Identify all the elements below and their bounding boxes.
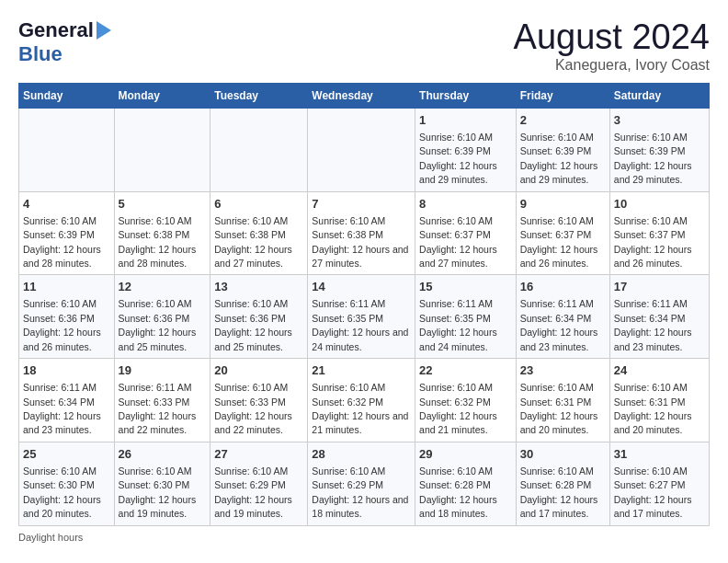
calendar-cell: 4Sunrise: 6:10 AMSunset: 6:39 PMDaylight… bbox=[19, 191, 115, 275]
calendar-cell bbox=[308, 108, 415, 191]
cell-info: Sunrise: 6:10 AMSunset: 6:29 PMDaylight:… bbox=[312, 465, 408, 519]
cell-info: Sunrise: 6:10 AMSunset: 6:38 PMDaylight:… bbox=[214, 215, 292, 269]
calendar-cell: 31Sunrise: 6:10 AMSunset: 6:27 PMDayligh… bbox=[609, 442, 709, 525]
cell-info: Sunrise: 6:10 AMSunset: 6:36 PMDaylight:… bbox=[119, 298, 197, 351]
week-row-4: 25Sunrise: 6:10 AMSunset: 6:30 PMDayligh… bbox=[19, 442, 710, 525]
page-header: General Blue August 2024 Kaneguera, Ivor… bbox=[18, 18, 710, 74]
day-number: 18 bbox=[23, 362, 110, 379]
cell-info: Sunrise: 6:10 AMSunset: 6:31 PMDaylight:… bbox=[614, 382, 692, 435]
calendar-table: Sunday Monday Tuesday Wednesday Thursday… bbox=[18, 83, 710, 526]
week-row-2: 11Sunrise: 6:10 AMSunset: 6:36 PMDayligh… bbox=[19, 275, 710, 359]
cell-info: Sunrise: 6:10 AMSunset: 6:38 PMDaylight:… bbox=[119, 215, 197, 269]
calendar-cell: 6Sunrise: 6:10 AMSunset: 6:38 PMDaylight… bbox=[210, 191, 308, 275]
cell-info: Sunrise: 6:10 AMSunset: 6:38 PMDaylight:… bbox=[312, 215, 408, 269]
calendar-cell: 1Sunrise: 6:10 AMSunset: 6:39 PMDaylight… bbox=[415, 108, 517, 191]
calendar-cell: 7Sunrise: 6:10 AMSunset: 6:38 PMDaylight… bbox=[308, 191, 415, 275]
calendar-cell: 5Sunrise: 6:10 AMSunset: 6:38 PMDaylight… bbox=[114, 191, 210, 275]
day-number: 8 bbox=[419, 196, 512, 213]
cell-info: Sunrise: 6:10 AMSunset: 6:30 PMDaylight:… bbox=[23, 465, 101, 519]
calendar-cell: 15Sunrise: 6:11 AMSunset: 6:35 PMDayligh… bbox=[415, 275, 517, 359]
cell-info: Sunrise: 6:10 AMSunset: 6:31 PMDaylight:… bbox=[520, 382, 598, 435]
calendar-cell: 2Sunrise: 6:10 AMSunset: 6:39 PMDaylight… bbox=[516, 108, 609, 191]
day-number: 26 bbox=[119, 446, 207, 463]
calendar-cell: 21Sunrise: 6:10 AMSunset: 6:32 PMDayligh… bbox=[308, 359, 415, 442]
calendar-cell: 19Sunrise: 6:11 AMSunset: 6:33 PMDayligh… bbox=[114, 359, 210, 442]
col-wednesday: Wednesday bbox=[308, 83, 415, 108]
cell-info: Sunrise: 6:10 AMSunset: 6:37 PMDaylight:… bbox=[520, 215, 598, 269]
calendar-cell: 13Sunrise: 6:10 AMSunset: 6:36 PMDayligh… bbox=[210, 275, 308, 359]
calendar-cell bbox=[114, 108, 210, 191]
day-number: 27 bbox=[214, 446, 303, 463]
cell-info: Sunrise: 6:10 AMSunset: 6:36 PMDaylight:… bbox=[23, 298, 101, 351]
calendar-cell: 25Sunrise: 6:10 AMSunset: 6:30 PMDayligh… bbox=[19, 442, 115, 525]
page-subtitle: Kaneguera, Ivory Coast bbox=[514, 57, 710, 74]
cell-info: Sunrise: 6:10 AMSunset: 6:32 PMDaylight:… bbox=[312, 382, 408, 435]
cell-info: Sunrise: 6:10 AMSunset: 6:37 PMDaylight:… bbox=[419, 215, 497, 269]
col-thursday: Thursday bbox=[415, 83, 517, 108]
day-number: 6 bbox=[214, 196, 303, 213]
col-sunday: Sunday bbox=[19, 83, 115, 108]
cell-info: Sunrise: 6:10 AMSunset: 6:39 PMDaylight:… bbox=[614, 132, 692, 185]
calendar-cell: 22Sunrise: 6:10 AMSunset: 6:32 PMDayligh… bbox=[415, 359, 517, 442]
calendar-cell bbox=[19, 108, 115, 191]
col-friday: Friday bbox=[516, 83, 609, 108]
cell-info: Sunrise: 6:10 AMSunset: 6:29 PMDaylight:… bbox=[214, 465, 292, 519]
day-number: 20 bbox=[214, 362, 303, 379]
calendar-cell: 23Sunrise: 6:10 AMSunset: 6:31 PMDayligh… bbox=[516, 359, 609, 442]
cell-info: Sunrise: 6:10 AMSunset: 6:28 PMDaylight:… bbox=[419, 465, 497, 519]
col-tuesday: Tuesday bbox=[210, 83, 308, 108]
calendar-cell: 29Sunrise: 6:10 AMSunset: 6:28 PMDayligh… bbox=[415, 442, 517, 525]
cell-info: Sunrise: 6:10 AMSunset: 6:36 PMDaylight:… bbox=[214, 298, 292, 351]
calendar-cell: 9Sunrise: 6:10 AMSunset: 6:37 PMDaylight… bbox=[516, 191, 609, 275]
day-number: 5 bbox=[119, 196, 207, 213]
cell-info: Sunrise: 6:11 AMSunset: 6:34 PMDaylight:… bbox=[23, 382, 101, 435]
day-number: 2 bbox=[520, 112, 606, 129]
cell-info: Sunrise: 6:11 AMSunset: 6:35 PMDaylight:… bbox=[312, 298, 408, 351]
day-number: 19 bbox=[119, 362, 207, 379]
cell-info: Sunrise: 6:10 AMSunset: 6:39 PMDaylight:… bbox=[23, 215, 101, 269]
day-number: 29 bbox=[419, 446, 512, 463]
calendar-cell: 12Sunrise: 6:10 AMSunset: 6:36 PMDayligh… bbox=[114, 275, 210, 359]
cell-info: Sunrise: 6:10 AMSunset: 6:30 PMDaylight:… bbox=[119, 465, 197, 519]
footer: Daylight hours bbox=[18, 532, 710, 543]
day-number: 7 bbox=[312, 196, 411, 213]
day-number: 10 bbox=[614, 196, 705, 213]
calendar-cell: 11Sunrise: 6:10 AMSunset: 6:36 PMDayligh… bbox=[19, 275, 115, 359]
calendar-cell: 16Sunrise: 6:11 AMSunset: 6:34 PMDayligh… bbox=[516, 275, 609, 359]
calendar-cell: 14Sunrise: 6:11 AMSunset: 6:35 PMDayligh… bbox=[308, 275, 415, 359]
col-monday: Monday bbox=[114, 83, 210, 108]
week-row-0: 1Sunrise: 6:10 AMSunset: 6:39 PMDaylight… bbox=[19, 108, 710, 191]
daylight-label: Daylight hours bbox=[18, 532, 83, 543]
logo-general: General bbox=[18, 18, 94, 42]
calendar-cell: 17Sunrise: 6:11 AMSunset: 6:34 PMDayligh… bbox=[609, 275, 709, 359]
logo-blue: Blue bbox=[18, 42, 63, 65]
day-number: 21 bbox=[312, 362, 411, 379]
cell-info: Sunrise: 6:10 AMSunset: 6:28 PMDaylight:… bbox=[520, 465, 598, 519]
cell-info: Sunrise: 6:10 AMSunset: 6:39 PMDaylight:… bbox=[520, 132, 598, 185]
day-number: 12 bbox=[119, 279, 207, 295]
day-number: 1 bbox=[419, 112, 512, 129]
cell-info: Sunrise: 6:11 AMSunset: 6:35 PMDaylight:… bbox=[419, 298, 497, 351]
day-number: 28 bbox=[312, 446, 411, 463]
logo: General Blue bbox=[18, 18, 111, 66]
cell-info: Sunrise: 6:11 AMSunset: 6:34 PMDaylight:… bbox=[614, 298, 692, 351]
day-number: 25 bbox=[23, 446, 110, 463]
week-row-1: 4Sunrise: 6:10 AMSunset: 6:39 PMDaylight… bbox=[19, 191, 710, 275]
cell-info: Sunrise: 6:10 AMSunset: 6:39 PMDaylight:… bbox=[419, 132, 497, 185]
cell-info: Sunrise: 6:10 AMSunset: 6:27 PMDaylight:… bbox=[614, 465, 692, 519]
calendar-cell: 10Sunrise: 6:10 AMSunset: 6:37 PMDayligh… bbox=[609, 191, 709, 275]
day-number: 16 bbox=[520, 279, 606, 295]
title-block: August 2024 Kaneguera, Ivory Coast bbox=[514, 18, 710, 74]
day-number: 23 bbox=[520, 362, 606, 379]
week-row-3: 18Sunrise: 6:11 AMSunset: 6:34 PMDayligh… bbox=[19, 359, 710, 442]
day-number: 14 bbox=[312, 279, 411, 295]
page-title: August 2024 bbox=[514, 18, 710, 57]
day-number: 22 bbox=[419, 362, 512, 379]
cell-info: Sunrise: 6:11 AMSunset: 6:34 PMDaylight:… bbox=[520, 298, 598, 351]
header-row: Sunday Monday Tuesday Wednesday Thursday… bbox=[19, 83, 710, 108]
cell-info: Sunrise: 6:10 AMSunset: 6:37 PMDaylight:… bbox=[614, 215, 692, 269]
day-number: 17 bbox=[614, 279, 705, 295]
day-number: 4 bbox=[23, 196, 110, 213]
day-number: 31 bbox=[614, 446, 705, 463]
calendar-cell bbox=[210, 108, 308, 191]
